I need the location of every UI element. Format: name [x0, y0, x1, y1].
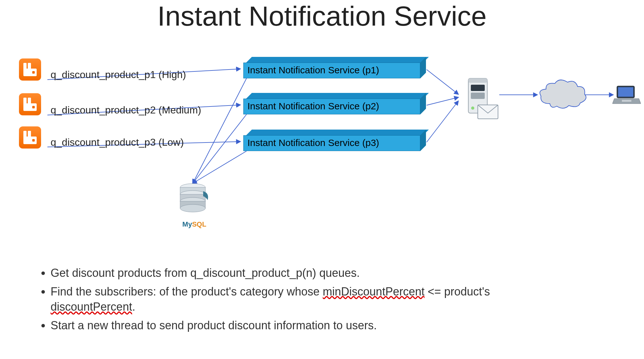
bullet-2: Find the subscribers: of the product's c… — [51, 284, 496, 315]
svg-line-6 — [427, 70, 458, 94]
svg-rect-14 — [32, 71, 35, 74]
bullet-1: Get discount products from q_discount_pr… — [51, 265, 496, 281]
service-label: Instant Notification Service (p3) — [247, 137, 379, 148]
rabbitmq-icon — [19, 126, 41, 149]
rabbitmq-icon — [19, 58, 41, 81]
queue-label-p2: q_discount_product_p2 (Medium) — [51, 104, 201, 116]
svg-rect-37 — [618, 87, 633, 97]
svg-rect-22 — [32, 139, 35, 142]
svg-rect-32 — [471, 85, 485, 91]
svg-line-7 — [427, 97, 458, 105]
laptop-icon — [612, 85, 641, 108]
service-label: Instant Notification Service (p2) — [247, 101, 379, 111]
description-bullets: Get discount products from q_discount_pr… — [38, 265, 496, 336]
bullet-3: Start a new thread to send product disco… — [51, 318, 496, 333]
svg-line-4 — [193, 114, 246, 183]
queue-label-p3: q_discount_product_p3 (Low) — [51, 137, 184, 148]
service-label: Instant Notification Service (p1) — [247, 65, 379, 75]
mysql-database-icon: MySQL — [175, 182, 213, 228]
svg-line-3 — [193, 78, 246, 183]
svg-rect-33 — [471, 93, 485, 99]
svg-point-29 — [180, 204, 205, 212]
svg-rect-18 — [32, 106, 35, 108]
rabbitmq-icon — [19, 93, 41, 115]
cloud-icon — [537, 78, 588, 114]
queue-label-p1: q_discount_product_p1 (High) — [51, 69, 186, 81]
svg-line-8 — [427, 101, 458, 142]
mail-server-icon — [459, 75, 500, 124]
svg-point-34 — [471, 106, 474, 110]
svg-rect-38 — [622, 100, 631, 102]
svg-rect-31 — [468, 78, 487, 83]
